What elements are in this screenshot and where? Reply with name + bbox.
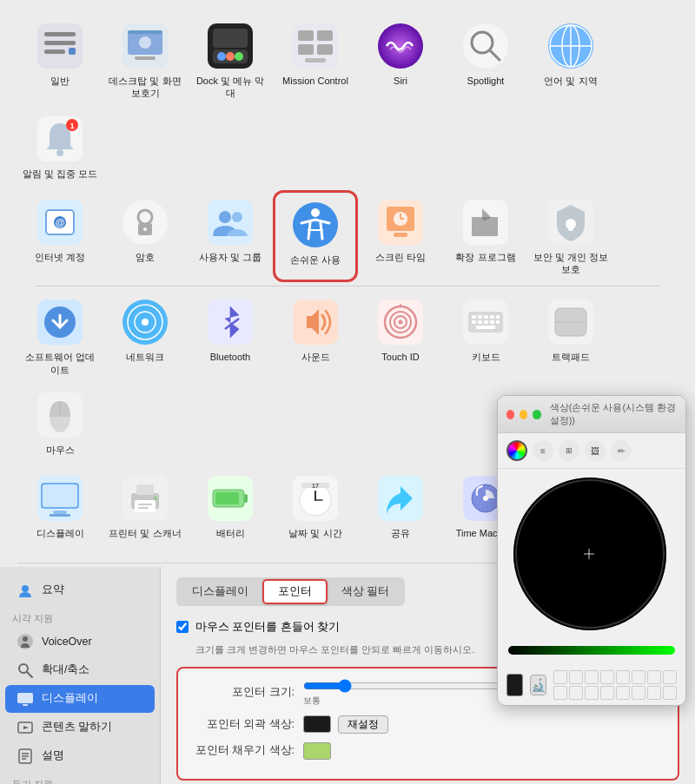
grid-item-sound[interactable]: 사운드 [273,290,358,383]
grid-row-1: 일반 데스크탑 및 화면 보호기 [17,14,678,187]
description-label: 설명 [42,748,64,763]
grid-item-display[interactable]: 디스플레이 [17,466,103,546]
palette-cell[interactable] [569,670,583,684]
svg-rect-79 [472,320,476,324]
voiceover-label: VoiceOver [42,636,92,648]
svg-rect-78 [496,315,500,319]
color-circle[interactable] [513,478,666,630]
svg-point-32 [56,149,63,156]
grid-item-spotlight[interactable]: Spotlight [443,14,528,107]
palette-cell[interactable] [632,670,645,684]
svg-rect-74 [472,315,476,319]
palette-cell[interactable] [585,686,599,700]
palette-cell[interactable] [616,670,630,684]
svg-point-14 [226,52,235,61]
palette-cell[interactable] [553,670,567,684]
grid-item-mouse[interactable]: 마우스 [17,383,103,463]
brightness-slider[interactable] [508,646,675,655]
maximize-button[interactable] [533,410,540,419]
sidebar-item-voiceover[interactable]: VoiceOver [5,628,155,656]
screentime-icon [375,197,426,247]
sidebar-item-display[interactable]: 디스플레이 [5,685,155,713]
palette-cell[interactable] [647,670,661,684]
color-mode-pencil[interactable]: ✏ [611,440,632,461]
datetime-icon: 17 [290,473,341,524]
svg-rect-53 [394,233,407,237]
palette-cell[interactable] [600,670,614,684]
language-label: 언어 및 지역 [544,75,597,87]
grid-item-keyboard[interactable]: 키보드 [443,290,528,383]
palette-cell[interactable] [569,686,583,700]
grid-item-password[interactable]: 암호 [103,190,188,283]
sidebar-item-summary[interactable]: 요약 [5,576,155,604]
palette-cell[interactable] [663,686,677,700]
tab-display[interactable]: 디스플레이 [178,579,262,604]
pointer-outline-swatch[interactable] [303,715,331,733]
palette-cell[interactable] [600,686,614,700]
color-mode-wheel[interactable] [506,440,527,461]
tab-pointer[interactable]: 포인터 [262,579,328,604]
general-label: 일반 [50,75,70,87]
minimize-button[interactable] [520,410,527,419]
palette-cell[interactable] [585,670,599,684]
grid-item-printer[interactable]: 프린터 및 스캐너 [103,466,188,546]
color-wheel-area[interactable] [513,478,670,634]
pointer-size-min: 보통 [303,695,321,707]
svg-rect-57 [568,224,573,231]
svg-rect-93 [43,484,77,507]
display-sidebar-icon [16,689,35,708]
color-mode-palette[interactable]: ⊞ [559,440,579,461]
pointer-fill-swatch[interactable] [303,742,331,760]
grid-item-screentime[interactable]: 스크린 타임 [358,190,443,283]
grid-item-touchid[interactable]: Touch ID [358,290,443,383]
shake-checkbox[interactable] [176,621,189,633]
shake-label: 마우스 포인터를 흔들어 찾기 [195,620,340,635]
display-sidebar-label: 디스플레이 [42,691,98,706]
palette-cell[interactable] [553,686,567,700]
sidebar-item-zoom[interactable]: 확대/축소 [5,656,155,684]
color-mode-image[interactable]: 🖼 [585,440,606,461]
grid-item-siri[interactable]: Siri [358,14,443,107]
svg-rect-1 [44,32,76,36]
grid-item-mission[interactable]: Mission Control [273,14,358,107]
grid-item-sharing[interactable]: 공유 [358,466,443,546]
grid-item-extensions[interactable]: 확장 프로그램 [443,190,528,283]
tab-color-filter[interactable]: 색상 필터 [328,579,403,604]
grid-item-software[interactable]: 소프트웨어 업데이트 [17,290,103,383]
content-label: 콘텐츠 말하기 [42,720,112,735]
mission-label: Mission Control [282,75,348,87]
users-icon [205,197,255,247]
grid-item-desktop[interactable]: 데스크탑 및 화면 보호기 [103,14,188,107]
grid-item-network[interactable]: 네트워크 [103,290,188,383]
palette-cell[interactable] [632,686,645,700]
palette-cell[interactable] [663,670,677,684]
grid-item-notification[interactable]: 1 알림 및 집중 모드 [17,107,103,187]
sidebar-item-description[interactable]: 설명 [5,742,155,770]
sidebar-item-content[interactable]: 콘텐츠 말하기 [5,714,155,741]
grid-item-users[interactable]: 사용자 및 그룹 [188,190,273,283]
grid-item-internet[interactable]: @ 인터넷 계정 [17,190,103,283]
eyedropper-button[interactable]: 🔬 [530,675,546,695]
grid-item-bluetooth[interactable]: Bluetooth [188,290,273,383]
keyboard-icon [460,297,511,347]
grid-item-access[interactable]: 손쉬운 사용 [273,190,358,283]
grid-item-dock[interactable]: Dock 및 메뉴 막대 [188,14,273,107]
palette-cell[interactable] [616,686,630,700]
bluetooth-icon [205,297,255,347]
grid-item-general[interactable]: 일반 [17,14,103,107]
grid-item-security[interactable]: 보안 및 개인 정보 보호 [528,190,613,283]
grid-item-datetime[interactable]: 17 날짜 및 시간 [273,466,358,546]
color-mode-sliders[interactable]: ≡ [533,440,553,461]
grid-item-battery[interactable]: 배터리 [188,466,273,546]
svg-rect-75 [478,315,482,319]
color-picker-bottom: 🔬 [498,665,685,705]
svg-rect-105 [244,494,248,503]
svg-point-47 [311,208,320,217]
reset-button[interactable]: 재설정 [338,715,388,734]
grid-item-trackpad[interactable]: 트랙패드 [528,290,613,383]
pointer-fill-row: 포인터 채우기 색상: [190,742,665,760]
grid-item-language[interactable]: 언어 및 지역 [528,14,613,107]
palette-cell[interactable] [647,686,661,700]
current-color-swatch[interactable] [506,674,523,696]
close-button[interactable] [506,410,514,419]
